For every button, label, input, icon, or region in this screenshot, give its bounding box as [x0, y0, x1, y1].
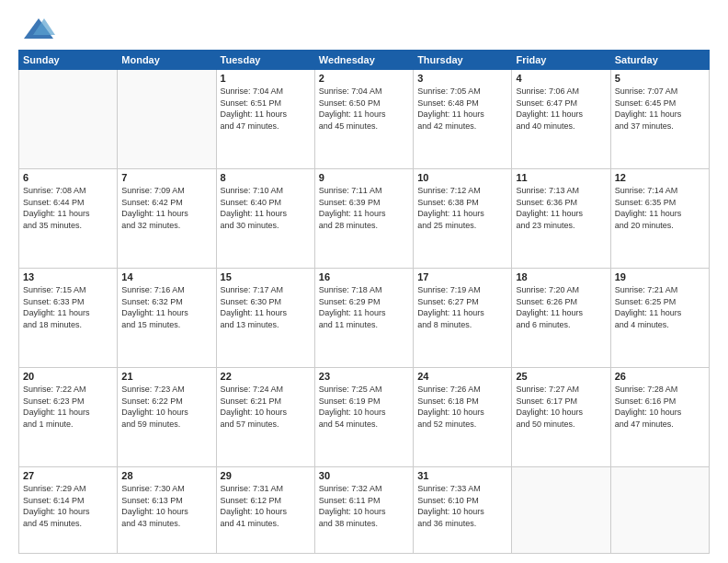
day-info: Sunrise: 7:30 AM Sunset: 6:13 PM Dayligh… — [121, 483, 211, 529]
day-info: Sunrise: 7:17 AM Sunset: 6:30 PM Dayligh… — [221, 284, 311, 330]
calendar-cell — [512, 466, 610, 553]
day-number: 24 — [417, 371, 507, 382]
day-number: 27 — [23, 470, 113, 481]
calendar-header-row: SundayMondayTuesdayWednesdayThursdayFrid… — [19, 51, 710, 70]
day-number: 10 — [417, 172, 507, 183]
day-number: 25 — [516, 371, 606, 382]
calendar-cell: 23Sunrise: 7:25 AM Sunset: 6:19 PM Dayli… — [314, 367, 413, 466]
day-info: Sunrise: 7:29 AM Sunset: 6:14 PM Dayligh… — [23, 483, 113, 529]
calendar-cell — [610, 466, 709, 553]
weekday-header-thursday: Thursday — [414, 51, 512, 70]
logo-icon — [18, 15, 55, 42]
calendar-cell: 2Sunrise: 7:04 AM Sunset: 6:50 PM Daylig… — [314, 70, 413, 169]
calendar-table: SundayMondayTuesdayWednesdayThursdayFrid… — [18, 50, 710, 554]
day-number: 28 — [121, 470, 211, 481]
calendar-cell: 9Sunrise: 7:11 AM Sunset: 6:39 PM Daylig… — [314, 168, 413, 268]
calendar-week-2: 6Sunrise: 7:08 AM Sunset: 6:44 PM Daylig… — [19, 168, 710, 268]
calendar-cell: 15Sunrise: 7:17 AM Sunset: 6:30 PM Dayli… — [216, 268, 314, 367]
weekday-header-saturday: Saturday — [610, 51, 709, 70]
day-number: 30 — [319, 470, 409, 481]
calendar-cell: 3Sunrise: 7:05 AM Sunset: 6:48 PM Daylig… — [414, 70, 512, 169]
day-number: 11 — [516, 172, 606, 183]
day-info: Sunrise: 7:11 AM Sunset: 6:39 PM Dayligh… — [319, 185, 409, 231]
calendar-cell: 16Sunrise: 7:18 AM Sunset: 6:29 PM Dayli… — [314, 268, 413, 367]
day-number: 15 — [221, 271, 311, 282]
day-number: 4 — [516, 73, 606, 84]
calendar-cell: 28Sunrise: 7:30 AM Sunset: 6:13 PM Dayli… — [118, 466, 216, 553]
day-number: 13 — [23, 271, 113, 282]
day-info: Sunrise: 7:16 AM Sunset: 6:32 PM Dayligh… — [121, 284, 211, 330]
calendar-cell: 18Sunrise: 7:20 AM Sunset: 6:26 PM Dayli… — [512, 268, 610, 367]
day-info: Sunrise: 7:18 AM Sunset: 6:29 PM Dayligh… — [319, 284, 409, 330]
calendar-cell: 26Sunrise: 7:28 AM Sunset: 6:16 PM Dayli… — [610, 367, 709, 466]
calendar-cell: 24Sunrise: 7:26 AM Sunset: 6:18 PM Dayli… — [414, 367, 512, 466]
day-info: Sunrise: 7:04 AM Sunset: 6:50 PM Dayligh… — [319, 86, 409, 132]
day-info: Sunrise: 7:22 AM Sunset: 6:23 PM Dayligh… — [23, 384, 113, 430]
day-number: 9 — [319, 172, 409, 183]
calendar-cell: 14Sunrise: 7:16 AM Sunset: 6:32 PM Dayli… — [118, 268, 216, 367]
day-number: 2 — [319, 73, 409, 84]
calendar-cell: 11Sunrise: 7:13 AM Sunset: 6:36 PM Dayli… — [512, 168, 610, 268]
day-number: 23 — [319, 371, 409, 382]
day-number: 14 — [121, 271, 211, 282]
day-info: Sunrise: 7:06 AM Sunset: 6:47 PM Dayligh… — [516, 86, 606, 132]
day-number: 20 — [23, 371, 113, 382]
day-info: Sunrise: 7:24 AM Sunset: 6:21 PM Dayligh… — [221, 384, 311, 430]
header — [18, 15, 710, 42]
day-number: 29 — [221, 470, 311, 481]
day-info: Sunrise: 7:09 AM Sunset: 6:42 PM Dayligh… — [121, 185, 211, 231]
page: SundayMondayTuesdayWednesdayThursdayFrid… — [0, 0, 728, 563]
calendar-cell: 13Sunrise: 7:15 AM Sunset: 6:33 PM Dayli… — [19, 268, 118, 367]
day-number: 12 — [615, 172, 705, 183]
day-info: Sunrise: 7:13 AM Sunset: 6:36 PM Dayligh… — [516, 185, 606, 231]
day-info: Sunrise: 7:21 AM Sunset: 6:25 PM Dayligh… — [615, 284, 705, 330]
day-info: Sunrise: 7:07 AM Sunset: 6:45 PM Dayligh… — [615, 86, 705, 132]
day-info: Sunrise: 7:14 AM Sunset: 6:35 PM Dayligh… — [615, 185, 705, 231]
day-number: 19 — [615, 271, 705, 282]
day-number: 7 — [121, 172, 211, 183]
day-info: Sunrise: 7:12 AM Sunset: 6:38 PM Dayligh… — [417, 185, 507, 231]
calendar-week-3: 13Sunrise: 7:15 AM Sunset: 6:33 PM Dayli… — [19, 268, 710, 367]
calendar-cell: 21Sunrise: 7:23 AM Sunset: 6:22 PM Dayli… — [118, 367, 216, 466]
calendar-cell: 4Sunrise: 7:06 AM Sunset: 6:47 PM Daylig… — [512, 70, 610, 169]
calendar-cell: 7Sunrise: 7:09 AM Sunset: 6:42 PM Daylig… — [118, 168, 216, 268]
day-number: 26 — [615, 371, 705, 382]
calendar-cell: 27Sunrise: 7:29 AM Sunset: 6:14 PM Dayli… — [19, 466, 118, 553]
day-info: Sunrise: 7:08 AM Sunset: 6:44 PM Dayligh… — [23, 185, 113, 231]
calendar-week-4: 20Sunrise: 7:22 AM Sunset: 6:23 PM Dayli… — [19, 367, 710, 466]
day-info: Sunrise: 7:23 AM Sunset: 6:22 PM Dayligh… — [121, 384, 211, 430]
day-number: 1 — [221, 73, 311, 84]
calendar-cell: 31Sunrise: 7:33 AM Sunset: 6:10 PM Dayli… — [414, 466, 512, 553]
day-info: Sunrise: 7:20 AM Sunset: 6:26 PM Dayligh… — [516, 284, 606, 330]
calendar-cell: 17Sunrise: 7:19 AM Sunset: 6:27 PM Dayli… — [414, 268, 512, 367]
calendar-cell: 22Sunrise: 7:24 AM Sunset: 6:21 PM Dayli… — [216, 367, 314, 466]
weekday-header-friday: Friday — [512, 51, 610, 70]
weekday-header-sunday: Sunday — [19, 51, 118, 70]
weekday-header-tuesday: Tuesday — [216, 51, 314, 70]
calendar-week-1: 1Sunrise: 7:04 AM Sunset: 6:51 PM Daylig… — [19, 70, 710, 169]
calendar-week-5: 27Sunrise: 7:29 AM Sunset: 6:14 PM Dayli… — [19, 466, 710, 553]
day-info: Sunrise: 7:32 AM Sunset: 6:11 PM Dayligh… — [319, 483, 409, 529]
day-number: 31 — [417, 470, 507, 481]
calendar-cell — [19, 70, 118, 169]
day-info: Sunrise: 7:05 AM Sunset: 6:48 PM Dayligh… — [417, 86, 507, 132]
day-number: 16 — [319, 271, 409, 282]
calendar-cell: 19Sunrise: 7:21 AM Sunset: 6:25 PM Dayli… — [610, 268, 709, 367]
calendar-cell — [118, 70, 216, 169]
calendar-cell: 1Sunrise: 7:04 AM Sunset: 6:51 PM Daylig… — [216, 70, 314, 169]
day-number: 18 — [516, 271, 606, 282]
day-number: 8 — [221, 172, 311, 183]
day-number: 17 — [417, 271, 507, 282]
day-number: 5 — [615, 73, 705, 84]
weekday-header-monday: Monday — [118, 51, 216, 70]
day-number: 21 — [121, 371, 211, 382]
day-info: Sunrise: 7:04 AM Sunset: 6:51 PM Dayligh… — [221, 86, 311, 132]
calendar-cell: 5Sunrise: 7:07 AM Sunset: 6:45 PM Daylig… — [610, 70, 709, 169]
calendar-cell: 30Sunrise: 7:32 AM Sunset: 6:11 PM Dayli… — [314, 466, 413, 553]
weekday-header-wednesday: Wednesday — [314, 51, 413, 70]
calendar-cell: 6Sunrise: 7:08 AM Sunset: 6:44 PM Daylig… — [19, 168, 118, 268]
logo — [18, 15, 57, 42]
day-number: 3 — [417, 73, 507, 84]
day-number: 6 — [23, 172, 113, 183]
day-info: Sunrise: 7:31 AM Sunset: 6:12 PM Dayligh… — [221, 483, 311, 529]
